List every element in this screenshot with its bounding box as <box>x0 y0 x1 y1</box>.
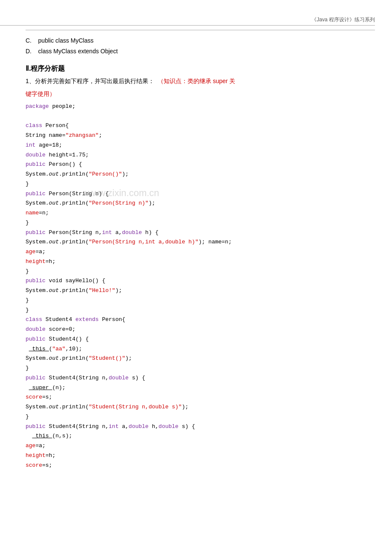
code-line-student4-constructor-1: public Student4() { <box>26 335 375 344</box>
code-line-sayhello: public void sayHello() { <box>26 276 375 286</box>
code-line-score: double score=0; <box>26 325 375 335</box>
code-line-person-constructor-2: public Person(String n) { <box>26 189 375 199</box>
code-line-println-3: System.out.println("Person(String n,int … <box>26 237 375 247</box>
code-line-println-student1: System.out.println("Student()"); <box>26 354 375 364</box>
code-line-age: int age=18; <box>26 141 375 150</box>
question-hint2: 键字使用） <box>26 89 375 99</box>
code-line-println-1: System.out.println("Person()"); <box>26 170 375 179</box>
code-line-class-person: class Person{ <box>26 121 375 131</box>
code-line-println-2: System.out.println("Person(String n)"); <box>26 199 375 208</box>
code-line-name-assign: name=n; <box>26 208 375 218</box>
code-line-name: String name="zhangsan"; <box>26 131 375 141</box>
code-line-person-constructor-1: public Person() { <box>26 160 375 170</box>
code-block: package people; class Person{ String nam… <box>26 102 375 471</box>
option-c-label: C. public class MyClass <box>26 37 93 44</box>
section-title: Ⅱ.程序分析题 <box>26 64 375 73</box>
code-line-score-assign-2: score=s; <box>26 461 375 471</box>
code-empty-1 <box>26 112 375 121</box>
code-line-close-5: } <box>26 364 375 373</box>
header-separator <box>26 30 375 30</box>
code-line-println-student2: System.out.println("Student(String n,dou… <box>26 402 375 412</box>
code-line-class-student4: class Student4 extends Person{ <box>26 315 375 325</box>
option-d: D. class MyClass extends Object <box>26 46 375 57</box>
code-line-println-hello: System.out.println("Hello!"); <box>26 286 375 296</box>
code-line-close-6: } <box>26 412 375 422</box>
code-line-height: double height=1.75; <box>26 150 375 160</box>
code-line-this-call-2: _this_(n,s); <box>26 431 375 441</box>
question-text: 1、分析并完善如下程序，并写出最后执行结果： （知识点：类的继承 super 关 <box>26 76 375 87</box>
code-line-this-call-1: _this_("aa",10); <box>26 344 375 354</box>
code-line-close-1: } <box>26 179 375 189</box>
code-line-score-assign-1: score=s; <box>26 393 375 402</box>
code-line-close-3: } <box>26 267 375 277</box>
code-line-close-person: } <box>26 306 375 315</box>
code-line-super-call: _super_(n); <box>26 383 375 393</box>
code-line-height-assign: height=h; <box>26 257 375 267</box>
code-line-package: package people; <box>26 102 375 112</box>
code-line-age-assign: age=a; <box>26 247 375 257</box>
code-line-person-constructor-3: public Person(String n,int a,double h) { <box>26 228 375 238</box>
option-c: C. public class MyClass <box>26 35 375 46</box>
page: 《Java 程序设计》练习系列 C. public class MyClass … <box>0 0 392 555</box>
code-line-close-2: } <box>26 218 375 228</box>
code-line-student4-constructor-3: public Student4(String n,int a,double h,… <box>26 422 375 432</box>
header-title: 《Java 程序设计》练习系列 <box>0 16 375 26</box>
code-line-close-4: } <box>26 296 375 306</box>
code-line-age-assign-2: age=a; <box>26 441 375 451</box>
option-d-label: D. class MyClass extends Object <box>26 48 118 55</box>
code-line-student4-constructor-2: public Student4(String n,double s) { <box>26 373 375 383</box>
main-content: C. public class MyClass D. class MyClass… <box>26 35 375 470</box>
code-line-height-assign-2: height=h; <box>26 451 375 461</box>
